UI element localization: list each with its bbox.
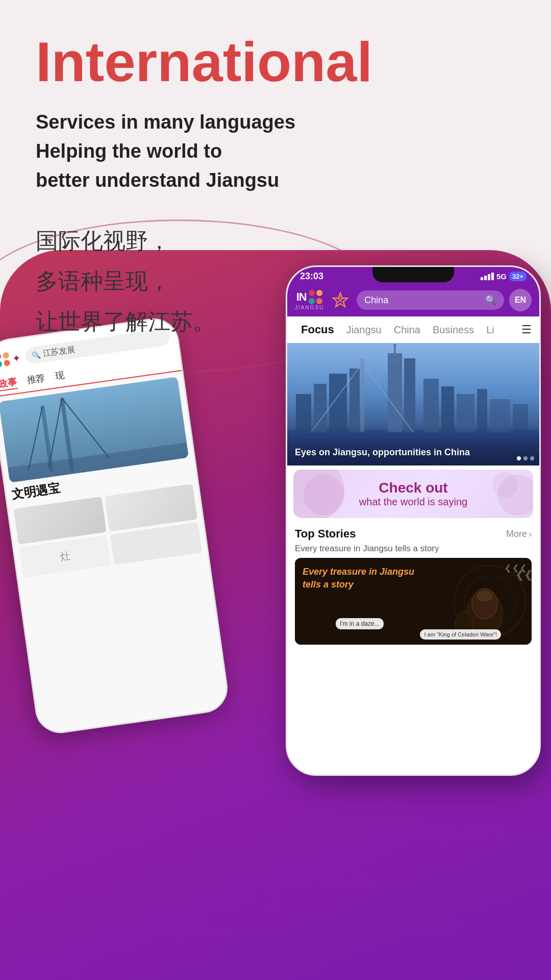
pf-ts-more-chevron: › [529, 529, 532, 540]
pf-checkout-title: Check out [379, 480, 447, 496]
zh-line1: 国际化视野， [36, 220, 515, 261]
phone-back-screen: ✦ 🔍 江苏发展 政事 推荐 现 [0, 317, 229, 735]
pb-dot-2 [2, 352, 9, 359]
pf-hero-image: Eyes on Jiangsu, opportunities in China [287, 343, 539, 465]
pf-dot-3 [530, 456, 534, 460]
pb-nav-current[interactable]: 现 [55, 369, 65, 383]
pf-checkout-circle-2 [304, 475, 344, 516]
phones-container: ✦ 🔍 江苏发展 政事 推荐 现 [0, 265, 551, 980]
subtitle-line3: better understand Jiangsu [36, 169, 279, 191]
zh-line3: 让世界了解江苏。 [36, 301, 515, 341]
phone-front: 23:03 5G 32+ IN [286, 265, 541, 776]
subtitle-chinese: 国际化视野， 多语种呈现， 让世界了解江苏。 [36, 220, 515, 342]
top-content-area: International Services in many languages… [36, 31, 515, 342]
pf-ts-header: Top Stories More › [295, 527, 532, 541]
svg-point-16 [393, 344, 396, 347]
phone-back: ✦ 🔍 江苏发展 政事 推荐 现 [0, 315, 231, 736]
pb-search-text: 江苏发展 [42, 344, 76, 359]
pb-nav-recommended[interactable]: 推荐 [26, 372, 46, 387]
subtitle-line1: Services in many languages [36, 111, 295, 133]
pf-chevron-2: ❮ [512, 563, 519, 573]
pb-nav-politics[interactable]: 政事 [0, 376, 18, 391]
pf-top-stories: Top Stories More › Every treasure in Jia… [287, 522, 539, 647]
pf-article-line2: tells a story [303, 578, 414, 591]
pf-ts-title: Top Stories [295, 527, 356, 541]
svg-rect-13 [388, 353, 402, 432]
page-title: International [36, 31, 515, 92]
zh-line2: 多语种呈现， [36, 261, 515, 301]
pf-speech-bubble-1: I'm in a daze... [336, 618, 384, 629]
pf-checkout-banner[interactable]: Check out what the world is saying [293, 470, 533, 518]
pb-content: 文明遇宝 灶 [0, 371, 208, 583]
pf-chevron-3: ❮ [520, 563, 527, 573]
pb-logo-dots [0, 352, 11, 368]
pf-ts-article-image[interactable]: ❮❮❮ Every treasure in Jiangsu tells a st… [295, 558, 532, 645]
svg-rect-14 [404, 358, 415, 432]
pf-ts-more-btn[interactable]: More › [506, 529, 532, 540]
subtitle-line2: Helping the world to [36, 140, 222, 162]
pf-nav-menu-icon[interactable]: ☰ [521, 323, 532, 336]
pf-dot-active [517, 456, 521, 460]
pf-hero-dots [517, 456, 534, 460]
pb-dot-3 [0, 361, 3, 368]
pf-checkout-circle-4 [492, 472, 518, 498]
pf-hero-caption: Eyes on Jiangsu, opportunities in China [295, 447, 470, 458]
subtitle-english: Services in many languages Helping the w… [36, 108, 515, 195]
pf-chevrons-decoration: ❮ ❮ ❮ [505, 563, 527, 573]
pf-chevron-1: ❮ [505, 563, 511, 573]
pf-ts-subtitle: Every treasure in Jiangsu tells a story [295, 544, 532, 554]
pf-speech-bubble-2: I am "King of Celadon Ware"! [420, 629, 501, 640]
pb-logo: ✦ [0, 350, 21, 368]
pb-dot-4 [3, 360, 10, 367]
pf-hero-gradient [287, 425, 539, 465]
pf-article-line1: Every treasure in Jiangsu [303, 566, 414, 578]
svg-point-35 [477, 591, 492, 601]
pf-article-title: Every treasure in Jiangsu tells a story [303, 566, 414, 591]
svg-rect-15 [394, 346, 396, 355]
pf-checkout-subtitle: what the world is saying [359, 496, 467, 508]
svg-rect-11 [329, 374, 347, 432]
pf-ts-more-text: More [506, 529, 527, 540]
svg-rect-25 [360, 358, 364, 432]
pb-jiangsu-icon: ✦ [11, 351, 21, 364]
pf-dot-2 [523, 456, 528, 460]
pb-dot-1 [0, 353, 1, 360]
